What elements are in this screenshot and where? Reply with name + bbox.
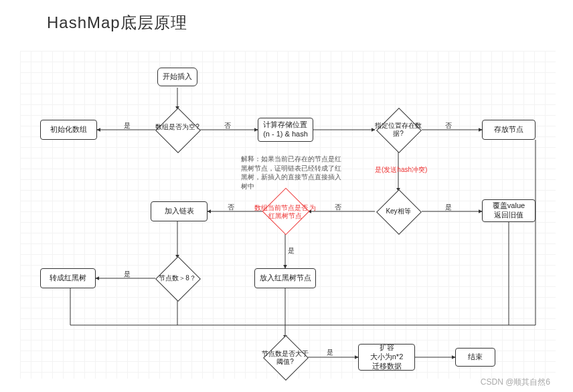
edge-is-empty-yes: 是 [124, 122, 131, 129]
node-to-rbtree: 转成红黑树 [40, 268, 96, 288]
decision-pos-has-data [376, 108, 422, 153]
flowchart-canvas: 开始插入 初始化数组 数组是否为空? 计算存储位置 (n - 1) & hash… [20, 51, 556, 379]
annotation-text: 解释：如果当前已存在的节点是红黑树节点，证明链表已经转成了红黑树，新插入的直接节… [241, 155, 341, 191]
node-store-node: 存放节点 [482, 120, 536, 140]
edge-pos-yes-hash: 是(发送hash冲突) [375, 166, 427, 173]
node-resize: 扩容 大小为n*2 迁移数据 [358, 344, 415, 371]
node-start: 开始插入 [157, 68, 197, 86]
edge-pos-no: 否 [445, 122, 452, 129]
edge-threshold-yes: 是 [327, 349, 333, 356]
edge-is-empty-no: 否 [224, 122, 231, 129]
edge-gt8-yes: 是 [124, 270, 131, 278]
edge-key-yes: 是 [445, 203, 452, 211]
page-title: HashMap底层原理 [47, 12, 187, 33]
node-end: 结束 [455, 348, 495, 367]
decision-gt-threshold [263, 335, 309, 381]
decision-gt8 [155, 256, 201, 302]
edge-rbtree-no: 否 [228, 203, 234, 211]
decision-key-equal [376, 189, 422, 235]
decision-is-empty [155, 108, 201, 153]
edge-key-no: 否 [335, 203, 341, 211]
node-put-rbtree: 放入红黑树节点 [254, 268, 316, 288]
node-override-value: 覆盖value 返回旧值 [482, 199, 536, 222]
watermark: CSDN @顺其自然6 [481, 377, 550, 388]
edge-rbtree-yes: 是 [288, 247, 295, 254]
node-init-array: 初始化数组 [40, 120, 97, 140]
node-calc-pos: 计算存储位置 (n - 1) & hash [258, 118, 313, 142]
node-add-list: 加入链表 [151, 201, 208, 221]
decision-is-rbtree [262, 188, 310, 235]
